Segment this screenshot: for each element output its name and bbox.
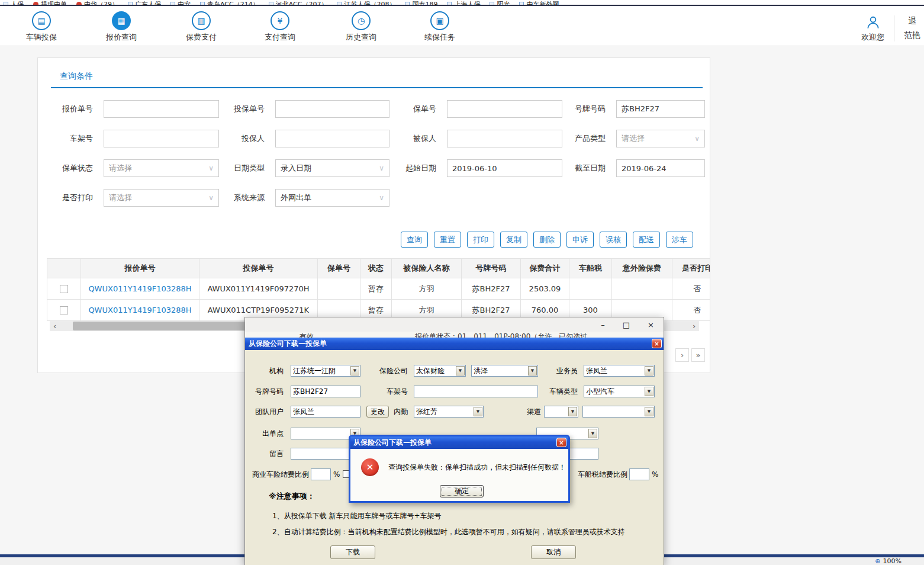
bookmark-item[interactable]: 阳光 xyxy=(490,0,510,6)
nav-history-query[interactable]: ◷ 历史查询 xyxy=(333,11,389,43)
company-select[interactable]: 太保财险▼ xyxy=(414,365,466,377)
salesman-select[interactable]: 张凤兰▼ xyxy=(584,365,655,377)
company-label: 保险公司 xyxy=(369,365,408,377)
end-date-input[interactable] xyxy=(616,159,705,177)
bookmark-item[interactable]: 国寿189 xyxy=(405,0,437,6)
maximize-icon[interactable]: □ xyxy=(623,321,630,329)
select-value: 请选择 xyxy=(109,192,132,203)
scroll-right-arrow-icon[interactable]: › xyxy=(689,321,699,331)
apply-no-input[interactable] xyxy=(275,100,389,118)
renewal-task-icon: ▣ xyxy=(430,11,449,30)
bookmark-item[interactable]: 提现中单 xyxy=(33,0,67,6)
bookmark-item[interactable]: 上海人保 xyxy=(447,0,480,6)
channel-label: 渠道 xyxy=(522,406,541,418)
policy-status-select[interactable]: 请选择 ∨ xyxy=(104,159,219,177)
nav-payment-query[interactable]: ¥ 支付查询 xyxy=(252,11,308,43)
policy-no-input[interactable] xyxy=(447,100,562,118)
select-value: 外网出单 xyxy=(281,192,311,203)
start-date-input[interactable] xyxy=(447,159,562,177)
table-row: QWUX011Y1419F103288H AWUX011Y1419F097270… xyxy=(47,278,710,300)
welcome-block: 欢迎您 xyxy=(861,15,884,43)
last-page-button[interactable]: » xyxy=(691,348,705,362)
row-checkbox[interactable] xyxy=(60,306,68,314)
delete-button[interactable]: 删除 xyxy=(533,232,561,248)
bookmark-item[interactable]: 人保 xyxy=(4,0,24,6)
org-select[interactable]: 江苏统一江阴▼ xyxy=(291,365,360,377)
field-insured: 被保人 xyxy=(390,130,562,147)
copy-button[interactable]: 复制 xyxy=(500,232,527,248)
nav-vehicle-insure[interactable]: ▤ 车辆投保 xyxy=(13,11,70,43)
print-button[interactable]: 打印 xyxy=(467,232,494,248)
nav-renewal-task[interactable]: ▣ 续保任务 xyxy=(411,11,468,43)
misaudit-button[interactable]: 误核 xyxy=(600,232,627,248)
field-quote-no: 报价单号 xyxy=(47,100,219,118)
insured-input[interactable] xyxy=(447,130,562,147)
field-label: 投保单号 xyxy=(218,104,265,114)
search-button[interactable]: 查询 xyxy=(401,232,428,248)
print-status-select[interactable]: 请选择 ∨ xyxy=(104,189,219,207)
channel-select-1[interactable]: ▼ xyxy=(544,406,578,418)
quote-no-link[interactable]: QWUX011Y1419F103288H xyxy=(88,306,191,314)
applicant-input[interactable] xyxy=(275,130,389,147)
close-icon[interactable]: × xyxy=(556,438,566,447)
plate-input[interactable] xyxy=(291,386,360,397)
close-icon[interactable]: × xyxy=(652,339,662,348)
select-all-header xyxy=(47,259,81,278)
system-source-select[interactable]: 外网出单 ∨ xyxy=(275,189,389,207)
reset-button[interactable]: 重置 xyxy=(434,232,461,248)
vin-input[interactable] xyxy=(414,386,538,397)
nav-label: 历史查询 xyxy=(333,32,389,43)
nav-quote-query[interactable]: ▦ 报价查询 xyxy=(93,11,150,43)
row-checkbox[interactable] xyxy=(60,285,68,293)
download-button[interactable]: 下载 xyxy=(330,545,375,559)
payment-query-icon: ¥ xyxy=(271,11,289,30)
field-system-source: 系统来源 外网出单 ∨ xyxy=(218,189,389,207)
cancel-button[interactable]: 取消 xyxy=(531,545,576,559)
vehicle-involved-button[interactable]: 涉车 xyxy=(666,232,693,248)
logout-button[interactable]: 退 xyxy=(904,14,920,28)
bookmark-item[interactable]: 江苏人保（208） xyxy=(337,0,395,6)
quote-no-link[interactable]: QWUX011Y1419F103288H xyxy=(88,284,191,293)
channel-select-2[interactable]: ▼ xyxy=(582,406,655,418)
dropdown-arrow-icon: ▼ xyxy=(645,366,653,375)
appeal-button[interactable]: 申诉 xyxy=(566,232,594,248)
field-label: 报价单号 xyxy=(47,104,93,114)
zoom-level[interactable]: 100% xyxy=(883,557,902,565)
tax-ratio-input[interactable] xyxy=(629,468,649,480)
error-dialog-title-bar: 从保险公司下载—投保单 × xyxy=(350,436,568,449)
message-label: 留言 xyxy=(251,448,284,460)
close-window-icon[interactable]: × xyxy=(648,321,654,329)
bookmark-item[interactable]: 中安 xyxy=(170,0,191,6)
field-label: 保单状态 xyxy=(47,163,93,174)
change-button[interactable]: 更改 xyxy=(366,406,389,418)
plate-no-input[interactable] xyxy=(616,100,705,118)
biz-ratio-input[interactable] xyxy=(311,468,331,480)
note-item-1: 1、从投保单下载 新车只能用车牌号或车牌号+车架号 xyxy=(272,511,442,521)
team-user-input[interactable] xyxy=(291,406,360,418)
vehicle-type-select[interactable]: 小型汽车▼ xyxy=(584,386,655,397)
delivery-button[interactable]: 配送 xyxy=(633,232,660,248)
bookmark-item[interactable]: 河北ACC（207） xyxy=(269,0,328,6)
bookmark-item[interactable]: 中华（29） xyxy=(76,0,118,6)
company-branch-select[interactable]: 洪泽▼ xyxy=(471,365,538,377)
ok-button[interactable]: 确定 xyxy=(440,485,484,497)
office-staff-select[interactable]: 张红芳▼ xyxy=(414,406,484,418)
scroll-left-arrow-icon[interactable]: ‹ xyxy=(50,321,60,331)
date-type-select[interactable]: 录入日期 ∨ xyxy=(275,159,389,177)
nav-premium-pay[interactable]: ▥ 保费支付 xyxy=(173,11,230,43)
quote-no-input[interactable] xyxy=(104,100,219,118)
field-label: 日期类型 xyxy=(218,163,265,174)
next-page-button[interactable]: › xyxy=(675,348,689,362)
bookmark-item[interactable]: 广东人保 xyxy=(128,0,161,6)
bookmark-item[interactable]: 中车新外网 xyxy=(519,0,559,6)
bookmark-label: 广东人保 xyxy=(135,0,161,6)
product-type-select[interactable]: 请选择 ∨ xyxy=(616,130,705,147)
minimize-icon[interactable]: – xyxy=(601,321,605,329)
vin-input[interactable] xyxy=(104,130,219,147)
zoom-icon: ⊕ xyxy=(875,557,880,565)
select-value: 江苏统一江阴 xyxy=(293,367,336,375)
bookmark-item[interactable]: 青岛ACC（214） xyxy=(200,0,259,6)
bookmark-icon xyxy=(269,2,273,6)
bookmark-icon xyxy=(447,2,452,6)
cell-policy-no xyxy=(318,278,360,300)
